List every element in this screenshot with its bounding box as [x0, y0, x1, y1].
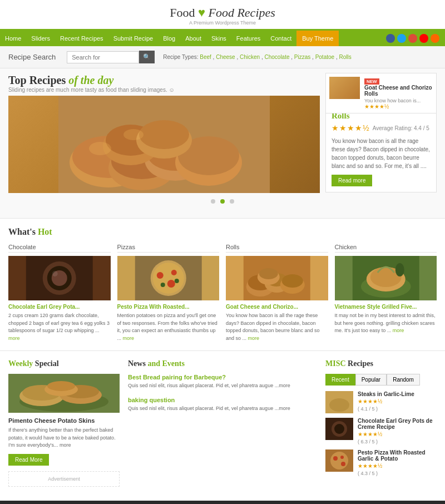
search-button[interactable]: 🔍 [139, 51, 155, 63]
type-potatoe[interactable]: Potatoe [315, 54, 334, 60]
hot-more-chocolate[interactable]: more [8, 335, 20, 341]
news-item-2: baking question Quis sed nisl elit, risu… [128, 397, 317, 413]
search-input[interactable] [67, 51, 139, 63]
type-chocolate[interactable]: Chocolate [264, 54, 289, 60]
youtube-icon[interactable] [419, 34, 428, 43]
site-header: Food ♥ Food Recipes A Premium Wordpress … [0, 0, 445, 31]
svg-point-56 [330, 452, 348, 470]
hot-image-chicken [335, 256, 437, 300]
facebook-icon[interactable] [386, 34, 395, 43]
weekly-special-section: Weekly Special Pimento Cheese Potato Ski… [8, 359, 120, 492]
tiny-stars: ★★★★½ [364, 103, 433, 110]
nav-submit-recipe[interactable]: Submit Recipe [108, 31, 159, 46]
news-events-section: News and Events Best Bread pairing for B… [128, 359, 317, 492]
hot-recipe-title-chocolate[interactable]: Chocolate Earl Grey Pota... [8, 304, 111, 310]
bottom-sections: Weekly Special Pimento Cheese Potato Ski… [0, 350, 445, 501]
site-logo[interactable]: Food ♥ Food Recipes A Premium Wordpress … [170, 6, 275, 26]
hot-recipe-desc-chicken: It may not be in my best interest to adm… [335, 312, 437, 335]
misc-tabs: Recent Popular Random [325, 374, 437, 386]
hot-more-pizzas[interactable]: more [123, 335, 135, 341]
misc-image-1 [325, 391, 353, 413]
dot-2[interactable] [220, 199, 225, 204]
nav-recent-recipes[interactable]: Recent Recipes [55, 31, 108, 46]
misc-tab-random[interactable]: Random [387, 374, 420, 386]
hot-recipe-title-chicken[interactable]: Vietnamese Style Grilled Five... [335, 304, 437, 310]
type-beef[interactable]: Beef [200, 54, 211, 60]
hot-recipe-title-rolls[interactable]: Goat Cheese and Chorizo... [226, 304, 328, 310]
svg-point-23 [156, 272, 163, 279]
advertisement: Advertisement [8, 471, 120, 487]
misc-item-3: Pesto Pizza With Roasted Garlic & Potato… [325, 449, 437, 477]
type-pizzas[interactable]: Pizzas [294, 54, 310, 60]
read-more-button[interactable]: Read more [332, 175, 372, 186]
misc-recipe-title-3: Pesto Pizza With Roasted Garlic & Potato [358, 449, 437, 462]
whats-hot-section: What's Hot Chocolate Chocolate Earl Grey… [0, 219, 445, 350]
slider-main-image[interactable] [8, 96, 320, 193]
site-footer: Food ♥ Recipes Lorem ipsum dolor sit ame… [0, 501, 445, 505]
whats-hot-title: What's Hot [8, 227, 437, 237]
misc-info-1: Steaks in Garlic-Lime ★★★★½ ( 4.1 / 5 ) [358, 391, 414, 412]
misc-stars-1: ★★★★½ [358, 398, 414, 404]
hot-more-rolls[interactable]: more [248, 335, 260, 341]
hot-category-rolls: Rolls [226, 244, 328, 253]
nav-sliders[interactable]: Sliders [26, 31, 55, 46]
svg-point-54 [334, 424, 344, 434]
dot-3[interactable] [230, 199, 234, 204]
misc-tab-popular[interactable]: Popular [355, 374, 387, 386]
misc-image-3 [325, 449, 353, 472]
hot-grid: Chocolate Chocolate Earl Grey Pota... 2 … [8, 244, 437, 342]
svg-point-41 [395, 263, 404, 276]
nav-blog[interactable]: Blog [158, 31, 180, 46]
misc-rating-2: ( 6.3 / 5 ) [358, 439, 378, 444]
tiny-featured: NEW Goat Cheese and Chorizo Rolls You kn… [325, 73, 437, 113]
misc-stars-3: ★★★★½ [358, 463, 437, 469]
twitter-icon[interactable] [397, 34, 406, 43]
weekly-read-more[interactable]: Read More [8, 454, 49, 466]
misc-tab-recent[interactable]: Recent [325, 374, 355, 386]
nav-home[interactable]: Home [0, 31, 26, 46]
svg-point-57 [333, 456, 338, 461]
news-desc-1: Quis sed nisl elit, risus aliquet placer… [128, 382, 317, 390]
misc-rating-3: ( 4.3 / 5 ) [358, 471, 378, 476]
nav-features[interactable]: Features [231, 31, 265, 46]
nav-buy-theme[interactable]: Buy Theme [296, 31, 339, 46]
news-title-1[interactable]: Best Bread pairing for Barbeque? [128, 374, 317, 381]
nav-skins[interactable]: Skins [206, 31, 231, 46]
logo-text: Food ♥ Food Recipes [170, 6, 275, 20]
hot-item-rolls: Rolls Goat Cheese and Chorizo... [226, 244, 328, 342]
svg-point-36 [259, 268, 278, 279]
type-cheese[interactable]: Cheese [216, 54, 235, 60]
hot-recipe-title-pizzas[interactable]: Pesto Pizza With Roasted... [117, 304, 220, 310]
misc-recipes-section: MISC Recipes Recent Popular Random Steak… [325, 359, 437, 492]
misc-info-3: Pesto Pizza With Roasted Garlic & Potato… [358, 449, 437, 477]
dot-1[interactable] [211, 199, 215, 204]
misc-stars-2: ★★★★½ [358, 431, 437, 437]
misc-title: MISC Recipes [325, 359, 437, 368]
svg-point-59 [341, 462, 345, 466]
nav-about[interactable]: About [180, 31, 206, 46]
weekly-special-title: Weekly Special [8, 359, 120, 368]
nav-contact[interactable]: Contact [265, 31, 296, 46]
hot-recipe-desc-pizzas: Mention potatoes on pizza and you'll get… [117, 312, 220, 342]
type-chicken[interactable]: Chicken [240, 54, 260, 60]
logo-tagline: A Premium Wordpress Theme [170, 20, 275, 26]
avg-rating: Average Rating: 4.4 / 5 [373, 125, 429, 131]
news-desc-2: Quis sed nisl elit, risus aliquet placer… [128, 405, 317, 413]
tiny-featured-info: NEW Goat Cheese and Chorizo Rolls You kn… [364, 77, 433, 110]
hot-more-chicken[interactable]: more [393, 328, 404, 333]
googleplus-icon[interactable] [408, 34, 417, 43]
tiny-featured-image [329, 77, 360, 99]
misc-recipe-title-1: Steaks in Garlic-Lime [358, 391, 414, 397]
rss-icon[interactable] [431, 34, 439, 43]
hot-image-rolls [226, 256, 328, 300]
nav-links: Home Sliders Recent Recipes Submit Recip… [0, 31, 339, 46]
hot-image-pizzas [117, 256, 220, 300]
svg-point-12 [139, 120, 189, 149]
hot-item-pizzas: Pizzas Pesto Pizza With Roasted... [117, 244, 220, 342]
type-rolls[interactable]: Rolls [339, 54, 351, 60]
news-events-title: News and Events [128, 359, 317, 368]
misc-image-2 [325, 418, 353, 440]
news-title-2[interactable]: baking question [128, 397, 317, 403]
search-bar: Recipe Search 🔍 Recipe Types: Beef , Che… [0, 46, 445, 68]
svg-point-13 [89, 142, 111, 155]
